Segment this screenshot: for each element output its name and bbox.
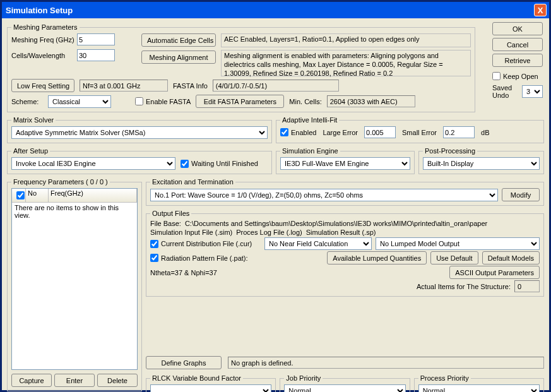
retrieve-button[interactable]: Retrieve <box>492 54 543 67</box>
process-priority-select[interactable]: Normal <box>418 384 540 392</box>
meshing-align-info-box: Meshing alignment is enabled with parame… <box>221 50 471 76</box>
meshing-freq-input[interactable] <box>77 33 115 45</box>
scheme-select[interactable]: Classical <box>48 95 111 108</box>
enable-fasta-checkbox[interactable]: Enable FASTA <box>135 97 191 105</box>
after-setup-group: After Setup Invoke Local IE3D Engine Wai… <box>7 147 272 174</box>
nf-display: Nf=3 at 0.001 GHz <box>80 80 168 92</box>
file-base-value: C:\Documents and Settings\baum\Desktop\S… <box>185 220 540 227</box>
matrix-solver-group: Matrix Solver Adaptive Symmetric Matrix … <box>7 116 272 143</box>
excitation-select[interactable]: No.1 Port: Wave Source = 1/0 (V/deg), Z=… <box>150 189 498 201</box>
freq-list-col-no[interactable]: No <box>26 189 49 202</box>
no-graph-text: No graph is defined. <box>228 357 544 369</box>
freq-params-list[interactable]: No Freq(GHz) There are no items to show … <box>11 188 138 370</box>
scheme-label: Scheme: <box>11 98 43 105</box>
meshing-freq-label: Meshing Freq (GHz) <box>11 36 74 44</box>
meshing-alignment-button[interactable]: Meshing Alignment <box>141 50 216 64</box>
matrix-solver-legend: Matrix Solver <box>11 116 56 124</box>
small-error-input[interactable] <box>443 126 475 138</box>
min-cells-label: Min. Cells: <box>289 98 321 105</box>
aif-enabled-label: Enabled <box>291 129 316 136</box>
keep-open-checkbox[interactable]: Keep Open <box>492 72 543 80</box>
sim-engine-select[interactable]: IE3D Full-Wave EM Engine <box>280 157 410 170</box>
low-freq-setting-button[interactable]: Low Freq Setting <box>11 79 74 92</box>
large-error-label: Large Error <box>323 129 358 136</box>
cells-wavelength-input[interactable] <box>77 49 115 61</box>
use-default-button[interactable]: Use Default <box>430 251 478 264</box>
waiting-checkbox[interactable]: Waiting Until Finished <box>181 160 258 168</box>
window-title: Simulation Setup <box>6 6 73 15</box>
radiation-pattern-input[interactable] <box>150 254 158 262</box>
excitation-legend: Excitation and Termination <box>150 178 235 186</box>
excitation-group: Excitation and Termination No.1 Port: Wa… <box>146 178 544 206</box>
process-priority-group: Process Priority Normal <box>414 374 544 392</box>
output-files-group: Output Files File Base: C:\Documents and… <box>146 210 544 297</box>
proc-log-label: Proces Log File (.log) <box>236 229 302 236</box>
ascii-output-button[interactable]: ASCII Output Parameters <box>449 266 540 279</box>
min-cells-value: 2604 (3033 with AEC) <box>327 95 415 107</box>
fasta-info-value: (4/0/1/0.7/-0.5/1) <box>213 80 339 92</box>
waiting-label: Waiting Until Finished <box>191 160 258 167</box>
aif-legend: Adaptive Intelli-Fit <box>280 116 339 124</box>
rlck-group: RLCK Variable Bound Factor <box>146 374 276 392</box>
sim-engine-group: Simulation Engine IE3D Full-Wave EM Engi… <box>276 147 415 174</box>
keep-open-input[interactable] <box>492 72 501 80</box>
current-dist-checkbox[interactable]: Current Distribution File (.cur) <box>150 240 261 248</box>
enter-button[interactable]: Enter <box>54 374 95 387</box>
saved-undo-select[interactable]: 3 <box>522 85 543 98</box>
sim-engine-legend: Simulation Engine <box>280 147 340 155</box>
job-priority-legend: Job Priority <box>284 374 323 382</box>
aif-enabled-input[interactable] <box>280 128 288 136</box>
edit-fasta-button[interactable]: Edit FASTA Parameters <box>196 95 284 108</box>
close-button[interactable]: X <box>534 4 547 16</box>
aif-enabled-checkbox[interactable]: Enabled <box>280 128 316 136</box>
job-priority-group: Job Priority Normal <box>280 374 410 392</box>
cancel-button[interactable]: Cancel <box>492 38 543 51</box>
fasta-info-label: FASTA Info <box>173 82 208 90</box>
close-icon: X <box>538 6 543 15</box>
ok-button[interactable]: OK <box>492 22 543 35</box>
sim-input-label: Simulation Input File (.sim) <box>150 229 232 236</box>
freq-list-check-col[interactable] <box>12 189 26 202</box>
freq-list-empty: There are no items to show in this view. <box>12 203 137 369</box>
lumped-model-select[interactable]: No Lumped Model Output <box>376 237 540 250</box>
matrix-solver-select[interactable]: Adaptive Symmetric Matrix Solver (SMSa) <box>11 126 268 139</box>
radiation-pattern-checkbox[interactable]: Radiation Pattern File (.pat): <box>150 254 261 262</box>
after-setup-select[interactable]: Invoke Local IE3D Engine <box>11 157 175 170</box>
rlck-legend: RLCK Variable Bound Factor <box>150 374 243 382</box>
cells-wavelength-label: Cells/Wavelength <box>11 52 74 59</box>
post-processing-group: Post-Processing Built-In Display <box>418 147 544 174</box>
keep-open-label: Keep Open <box>503 73 538 80</box>
large-error-input[interactable] <box>364 126 396 138</box>
waiting-input[interactable] <box>181 160 189 168</box>
available-lumped-button[interactable]: Available Lumped Quantities <box>327 251 427 264</box>
automatic-edge-cells-button[interactable]: Automatic Edge Cells <box>141 33 216 47</box>
post-processing-select[interactable]: Built-In Display <box>423 157 540 170</box>
capture-button[interactable]: Capture <box>11 374 52 387</box>
job-priority-select[interactable]: Normal <box>284 384 405 392</box>
freq-params-legend: Frequency Parameters ( 0 / 0 ) <box>11 178 110 186</box>
define-graphs-button[interactable]: Define Graphs <box>146 356 222 369</box>
delete-button[interactable]: Delete <box>97 374 138 387</box>
rlck-select[interactable] <box>150 384 271 392</box>
freq-list-checkall[interactable] <box>16 191 25 199</box>
post-processing-legend: Post-Processing <box>423 147 477 155</box>
modify-button[interactable]: Modify <box>502 188 540 201</box>
current-dist-input[interactable] <box>150 240 158 248</box>
actual-items-label: Actual Items for The Structure: <box>417 283 511 290</box>
meshing-legend: Meshing Parameters <box>11 23 80 31</box>
saved-undo-label: Saved Undo <box>492 84 519 99</box>
enable-fasta-input[interactable] <box>135 97 143 105</box>
after-setup-legend: After Setup <box>11 147 50 155</box>
process-priority-legend: Process Priority <box>418 374 471 382</box>
aec-info-box: AEC Enabled, Layers=1, Ratio=0.1, Applie… <box>221 33 471 47</box>
default-models-button[interactable]: Default Models <box>482 251 540 264</box>
file-base-label: File Base: <box>150 220 181 227</box>
meshing-parameters-group: Meshing Parameters Meshing Freq (GHz) Ce… <box>7 23 475 112</box>
enable-fasta-label: Enable FASTA <box>146 98 191 105</box>
nearfield-select[interactable]: No Near Field Calculation <box>264 237 372 250</box>
current-dist-label: Current Distribution File (.cur) <box>161 240 252 247</box>
radiation-pattern-label: Radiation Pattern File (.pat): <box>161 254 248 262</box>
ntheta-label: Ntheta=37 & Nphi=37 <box>150 269 217 276</box>
small-error-label: Small Error <box>402 129 437 136</box>
freq-list-col-freq[interactable]: Freq(GHz) <box>49 189 137 202</box>
